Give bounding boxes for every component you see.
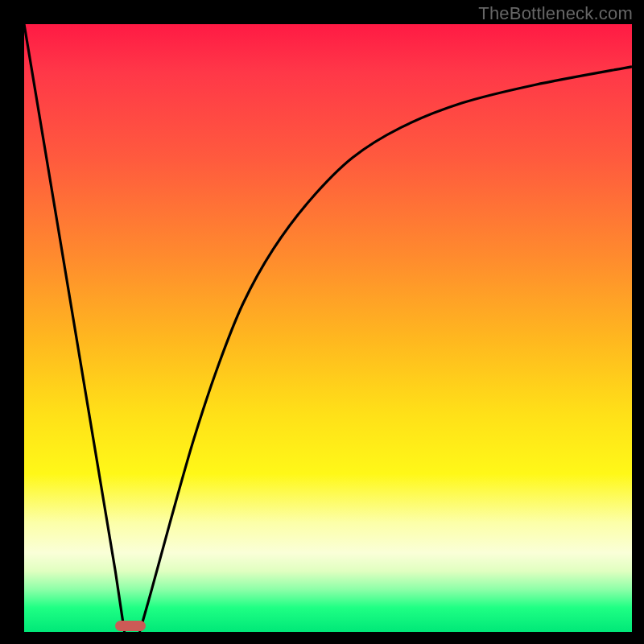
curve-left-branch: [24, 24, 125, 632]
curve-right-branch: [139, 67, 632, 632]
plot-area: [24, 24, 632, 632]
watermark-text: TheBottleneck.com: [478, 3, 633, 24]
bottleneck-curve: [24, 24, 632, 632]
optimal-marker: [115, 621, 146, 631]
chart-frame: TheBottleneck.com: [0, 0, 644, 644]
